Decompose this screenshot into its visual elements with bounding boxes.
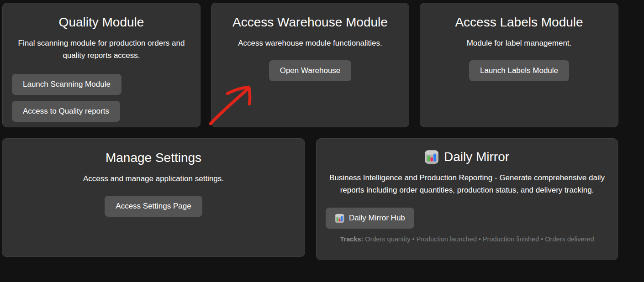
- quality-module-actions: Launch Scanning Module Access to Quality…: [12, 74, 191, 122]
- daily-mirror-actions: Daily Mirror Hub: [326, 208, 608, 229]
- daily-mirror-title-row: Daily Mirror: [326, 149, 608, 164]
- daily-mirror-description: Business Intelligence and Production Rep…: [326, 172, 608, 196]
- manage-settings-title: Manage Settings: [11, 150, 296, 165]
- launch-labels-module-button[interactable]: Launch Labels Module: [469, 60, 569, 81]
- card-daily-mirror: Daily Mirror Business Intelligence and P…: [316, 138, 618, 260]
- access-settings-page-button[interactable]: Access Settings Page: [105, 196, 202, 217]
- card-labels-module: Access Labels Module Module for label ma…: [420, 3, 618, 127]
- daily-mirror-hub-button-label: Daily Mirror Hub: [349, 213, 405, 224]
- card-manage-settings: Manage Settings Access and manage applic…: [2, 138, 305, 257]
- tracks-footer-items: Orders quantity • Production launched • …: [365, 235, 594, 243]
- quality-module-title: Quality Module: [12, 15, 191, 30]
- bar-chart-icon: [425, 150, 438, 164]
- card-quality-module: Quality Module Final scanning module for…: [2, 3, 201, 127]
- bar-chart-icon: [335, 214, 344, 223]
- launch-scanning-module-button[interactable]: Launch Scanning Module: [12, 74, 121, 95]
- warehouse-module-title: Access Warehouse Module: [221, 15, 400, 30]
- warehouse-module-description: Access warehouse module functionalities.: [221, 37, 400, 49]
- tracks-footer: Tracks: Orders quantity • Production lau…: [326, 235, 608, 243]
- labels-module-title: Access Labels Module: [429, 15, 609, 30]
- daily-mirror-title: Daily Mirror: [444, 149, 509, 164]
- labels-module-description: Module for label management.: [429, 37, 609, 49]
- quality-module-description: Final scanning module for production ord…: [12, 37, 191, 62]
- daily-mirror-hub-button[interactable]: Daily Mirror Hub: [326, 208, 414, 229]
- open-warehouse-button[interactable]: Open Warehouse: [269, 60, 352, 81]
- warehouse-module-actions: Open Warehouse: [221, 60, 400, 81]
- tracks-footer-label: Tracks:: [340, 235, 363, 243]
- manage-settings-description: Access and manage application settings.: [11, 172, 296, 185]
- labels-module-actions: Launch Labels Module: [429, 60, 609, 81]
- card-warehouse-module: Access Warehouse Module Access warehouse…: [211, 3, 409, 127]
- manage-settings-actions: Access Settings Page: [11, 196, 296, 217]
- modules-dashboard: Quality Module Final scanning module for…: [0, 0, 644, 282]
- access-quality-reports-button[interactable]: Access to Quality reports: [12, 101, 120, 122]
